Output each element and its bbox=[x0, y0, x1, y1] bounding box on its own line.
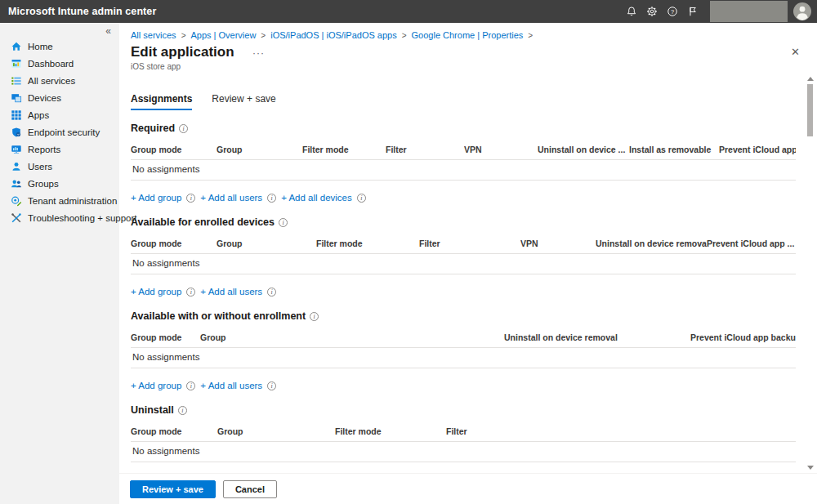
home-icon bbox=[11, 41, 22, 52]
section-title-row: Uninstalli bbox=[131, 404, 796, 416]
sidebar-item-devices[interactable]: Devices bbox=[0, 89, 119, 106]
add-group-link[interactable]: + Add group bbox=[131, 193, 181, 203]
cancel-button[interactable]: Cancel bbox=[223, 480, 277, 498]
svg-text:?: ? bbox=[670, 8, 673, 16]
breadcrumb-link-ios-ipados-ios-ipados-apps[interactable]: iOS/iPadOS | iOS/iPadOS apps bbox=[270, 30, 396, 40]
sidebar-item-troubleshooting-support[interactable]: Troubleshooting + support bbox=[0, 209, 119, 226]
info-icon[interactable]: i bbox=[178, 406, 187, 415]
breadcrumb-link-all-services[interactable]: All services bbox=[131, 30, 176, 40]
column-header-group-mode: Group mode bbox=[131, 332, 200, 342]
sidebar-item-label: Groups bbox=[28, 179, 59, 189]
column-header-filter-mode: Filter mode bbox=[335, 426, 446, 436]
add-all-devices-link[interactable]: + Add all devices bbox=[281, 193, 352, 203]
sidebar-item-tenant-administration[interactable]: Tenant administration bbox=[0, 192, 119, 209]
info-icon[interactable]: i bbox=[186, 194, 195, 203]
sidebar-item-users[interactable]: Users bbox=[0, 158, 119, 175]
info-icon[interactable]: i bbox=[279, 218, 288, 227]
breadcrumb-separator: > bbox=[402, 31, 407, 40]
dashboard-icon bbox=[11, 58, 22, 69]
scroll-down-icon[interactable] bbox=[807, 466, 814, 470]
more-options-icon[interactable]: ··· bbox=[252, 47, 265, 59]
sidebar-collapse-icon[interactable]: « bbox=[105, 25, 111, 37]
info-icon[interactable]: i bbox=[310, 312, 319, 321]
vertical-scrollbar bbox=[806, 77, 815, 470]
breadcrumb-separator: > bbox=[261, 31, 266, 40]
sidebar-item-groups[interactable]: Groups bbox=[0, 175, 119, 192]
help-icon[interactable]: ? bbox=[662, 0, 682, 23]
tenant-administration-icon bbox=[11, 195, 22, 207]
page-subtitle: iOS store app bbox=[119, 62, 817, 71]
sidebar-item-home[interactable]: Home bbox=[0, 38, 119, 55]
column-header-vpn: VPN bbox=[520, 239, 596, 248]
empty-row-text: No assignments bbox=[132, 164, 199, 174]
column-header-group-mode: Group mode bbox=[131, 426, 217, 436]
breadcrumb: All services>Apps | Overview>iOS/iPadOS … bbox=[119, 23, 817, 40]
column-header-group: Group bbox=[217, 426, 335, 436]
apps-icon bbox=[11, 109, 22, 121]
assignment-sections: RequirediGroup modeGroupFilter modeFilte… bbox=[131, 123, 796, 473]
sidebar-item-all-services[interactable]: All services bbox=[0, 72, 119, 89]
info-icon[interactable]: i bbox=[357, 194, 366, 203]
bell-icon[interactable] bbox=[621, 0, 641, 23]
info-icon[interactable]: i bbox=[267, 194, 276, 203]
sidebar-nav: HomeDashboardAll servicesDevicesAppsEndp… bbox=[0, 23, 119, 226]
top-bar: Microsoft Intune admin center ? bbox=[0, 0, 817, 23]
column-header-uninstall-on-device: Uninstall on device ... bbox=[538, 145, 629, 154]
page-title: Edit application bbox=[131, 44, 234, 60]
assignments-content: AssignmentsReview + save RequirediGroup … bbox=[131, 88, 796, 473]
feedback-icon[interactable] bbox=[682, 0, 703, 23]
sidebar-item-dashboard[interactable]: Dashboard bbox=[0, 55, 119, 72]
empty-row-text: No assignments bbox=[132, 446, 199, 456]
footer-bar: Review + save Cancel bbox=[119, 473, 817, 504]
groups-icon bbox=[11, 178, 22, 190]
breadcrumb-link-apps-overview[interactable]: Apps | Overview bbox=[190, 30, 256, 40]
review-save-button[interactable]: Review + save bbox=[130, 480, 216, 498]
gear-icon[interactable] bbox=[641, 0, 662, 23]
column-header-filter: Filter bbox=[419, 239, 520, 248]
section-required: RequirediGroup modeGroupFilter modeFilte… bbox=[131, 123, 796, 203]
tab-review-save[interactable]: Review + save bbox=[212, 93, 275, 110]
sidebar-item-reports[interactable]: Reports bbox=[0, 140, 119, 158]
info-icon[interactable]: i bbox=[179, 124, 188, 133]
add-all-users-link[interactable]: + Add all users bbox=[200, 193, 262, 203]
table-header-row: Group modeGroupFilter modeFilterVPNUnins… bbox=[131, 239, 796, 254]
sidebar-item-label: Apps bbox=[28, 110, 49, 120]
breadcrumb-separator: > bbox=[181, 31, 186, 40]
column-header-prevent-icloud-app-backup: Prevent iCloud app backup bbox=[690, 332, 796, 342]
section-available-for-enrolled-devices: Available for enrolled devicesiGroup mod… bbox=[131, 216, 796, 297]
info-icon[interactable]: i bbox=[267, 288, 276, 297]
reports-icon bbox=[11, 144, 22, 155]
column-header-group-mode: Group mode bbox=[131, 239, 217, 248]
add-all-users-link[interactable]: + Add all users bbox=[200, 287, 262, 297]
table-empty-row: No assignments bbox=[131, 160, 796, 181]
add-group-link[interactable]: + Add group bbox=[131, 381, 181, 390]
table-empty-row: No assignments bbox=[131, 442, 796, 462]
close-icon[interactable]: ✕ bbox=[791, 46, 800, 58]
tab-assignments[interactable]: Assignments bbox=[131, 93, 192, 110]
table-header-row: Group modeGroupFilter modeFilterVPNUnins… bbox=[131, 145, 796, 160]
add-group-link[interactable]: + Add group bbox=[131, 287, 181, 297]
column-header-group: Group bbox=[217, 239, 316, 248]
all-services-icon bbox=[11, 75, 22, 87]
info-icon[interactable]: i bbox=[267, 381, 276, 390]
scroll-up-icon[interactable] bbox=[807, 77, 814, 81]
add-all-users-link[interactable]: + Add all users bbox=[200, 381, 262, 390]
topbar-actions: ? bbox=[621, 0, 817, 23]
table-empty-row: No assignments bbox=[131, 254, 796, 274]
breadcrumb-link-google-chrome-properties[interactable]: Google Chrome | Properties bbox=[412, 30, 524, 40]
section-title: Available for enrolled devices bbox=[131, 216, 275, 228]
scrollbar-thumb[interactable] bbox=[807, 84, 813, 136]
main-panel: All services>Apps | Overview>iOS/iPadOS … bbox=[119, 23, 817, 504]
column-header-prevent-icloud-app: Prevent iCloud app ... bbox=[707, 239, 796, 248]
section-title-row: Requiredi bbox=[131, 123, 796, 134]
column-header-filter-mode: Filter mode bbox=[316, 239, 419, 248]
sidebar-item-endpoint-security[interactable]: Endpoint security bbox=[0, 123, 119, 140]
info-icon[interactable]: i bbox=[186, 288, 195, 297]
sidebar-item-label: Troubleshooting + support bbox=[28, 213, 137, 223]
info-icon[interactable]: i bbox=[186, 381, 195, 390]
section-title-row: Available for enrolled devicesi bbox=[131, 216, 796, 228]
sidebar-item-label: Endpoint security bbox=[28, 127, 100, 137]
avatar[interactable] bbox=[788, 0, 817, 23]
sidebar-item-label: Dashboard bbox=[28, 59, 74, 69]
sidebar-item-apps[interactable]: Apps bbox=[0, 106, 119, 123]
